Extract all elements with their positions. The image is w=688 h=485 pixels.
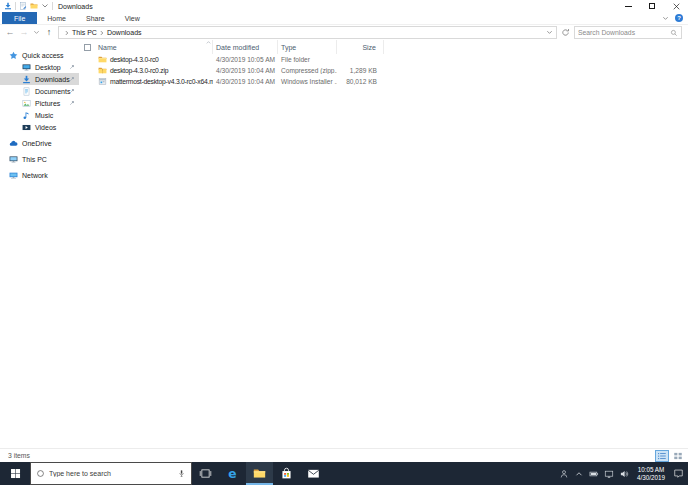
chevron-down-icon[interactable] [41, 2, 49, 10]
star-icon [9, 51, 18, 60]
task-view-icon [199, 467, 212, 480]
search-icon[interactable] [670, 29, 678, 37]
size-cell: 80,012 KB [337, 78, 384, 85]
back-button[interactable]: ← [5, 28, 15, 37]
sidebar-item-label: Documents [35, 88, 70, 95]
ribbon-tabs: FileHomeShareView ? [0, 12, 688, 24]
select-all-checkbox[interactable] [84, 40, 98, 54]
chevron-up-icon [574, 469, 584, 479]
tab-home[interactable]: Home [37, 12, 76, 24]
tab-view[interactable]: View [115, 12, 150, 24]
new-folder-icon[interactable] [30, 2, 38, 10]
sidebar-item-this-pc[interactable]: This PC [0, 153, 79, 165]
details-view-button[interactable] [655, 450, 669, 462]
start-button[interactable] [0, 462, 30, 485]
sidebar-item-network[interactable]: Network [0, 169, 79, 181]
tab-share[interactable]: Share [76, 12, 115, 24]
people-button[interactable] [559, 469, 569, 479]
sidebar-item-music[interactable]: Music [0, 109, 79, 121]
music-icon [22, 111, 31, 120]
tab-file[interactable]: File [2, 12, 37, 24]
mail-button[interactable] [300, 462, 327, 485]
quick-access-toolbar [4, 2, 53, 10]
people-icon [559, 469, 569, 479]
speaker-icon [619, 469, 629, 479]
address-dropdown-chevron-icon[interactable] [546, 29, 553, 36]
edge-icon: e [226, 467, 239, 480]
sidebar-item-label: Quick access [22, 52, 64, 59]
file-name-cell[interactable]: desktop-4.3.0-rc0.zip [98, 66, 213, 75]
sidebar-item-pictures[interactable]: Pictures [0, 97, 79, 109]
system-tray: 10:05 AM 4/30/2019 [559, 462, 688, 485]
file-explorer-button[interactable] [246, 462, 273, 485]
breadcrumb-item-downloads[interactable]: Downloads [105, 29, 144, 36]
battery-status-icon[interactable] [589, 469, 599, 479]
address-bar[interactable]: This PCDownloads [58, 26, 557, 39]
task-view-button[interactable] [192, 462, 219, 485]
edge-button[interactable]: e [219, 462, 246, 485]
main-area: Quick accessDesktopDownloadsDocumentsPic… [0, 40, 688, 448]
column-header-size[interactable]: Size [337, 40, 384, 54]
file-name-cell[interactable]: desktop-4.3.0-rc0 [98, 55, 213, 64]
taskbar-clock[interactable]: 10:05 AM 4/30/2019 [634, 466, 668, 482]
recent-locations-chevron-icon[interactable] [33, 29, 40, 36]
minimize-button[interactable] [616, 0, 640, 12]
action-center-icon[interactable] [673, 468, 684, 479]
svg-text:e: e [228, 467, 236, 480]
sidebar-item-quick-access[interactable]: Quick access [0, 49, 79, 61]
title-bar: Downloads [0, 0, 688, 12]
search-input[interactable] [578, 29, 670, 36]
refresh-icon[interactable] [561, 28, 570, 37]
videos-icon [22, 123, 31, 132]
cortana-icon [36, 469, 45, 478]
file-rows: desktop-4.3.0-rc04/30/2019 10:05 AMFile … [84, 54, 688, 87]
column-headers: Name Date modified Type Size [84, 40, 688, 54]
pin-icon [69, 100, 75, 106]
forward-button[interactable]: → [19, 28, 29, 37]
sidebar-item-downloads[interactable]: Downloads [0, 73, 79, 85]
store-button[interactable] [273, 462, 300, 485]
sidebar-item-label: This PC [22, 156, 47, 163]
breadcrumb-item-this-pc[interactable]: This PC [70, 29, 99, 36]
table-row[interactable]: desktop-4.3.0-rc04/30/2019 10:05 AMFile … [84, 54, 688, 65]
file-name-cell[interactable]: mattermost-desktop-v4.3.0-rc0-x64.msi [98, 77, 213, 86]
size-cell: 1,289 KB [337, 67, 384, 74]
type-cell: Compressed (zipp... [278, 67, 337, 74]
sidebar-item-label: OneDrive [22, 140, 52, 147]
sidebar-item-videos[interactable]: Videos [0, 121, 79, 133]
windows-logo-icon [10, 468, 21, 479]
maximize-button[interactable] [640, 0, 664, 12]
sidebar-item-onedrive[interactable]: OneDrive [0, 137, 79, 149]
sidebar-item-label: Videos [35, 124, 56, 131]
column-label: Type [281, 44, 296, 51]
table-row[interactable]: mattermost-desktop-v4.3.0-rc0-x64.msi4/3… [84, 76, 688, 87]
column-header-name[interactable]: Name [98, 40, 213, 54]
pin-icon [69, 76, 75, 82]
onedrive-icon [9, 139, 18, 148]
sidebar-item-desktop[interactable]: Desktop [0, 61, 79, 73]
close-button[interactable] [664, 0, 688, 12]
properties-icon[interactable] [19, 2, 27, 10]
column-header-type[interactable]: Type [278, 40, 337, 54]
table-row[interactable]: desktop-4.3.0-rc0.zip4/30/2019 10:04 AMC… [84, 65, 688, 76]
sort-ascending-icon [205, 39, 212, 46]
downloads-folder-icon[interactable] [4, 2, 12, 10]
taskbar-search-input[interactable] [49, 470, 173, 477]
separator [52, 2, 53, 10]
microphone-icon[interactable] [177, 469, 186, 478]
expand-ribbon-chevron-icon[interactable] [662, 15, 669, 22]
item-count: 3 items [8, 452, 30, 459]
help-icon[interactable]: ? [675, 14, 683, 22]
pictures-icon [22, 99, 31, 108]
file-name: desktop-4.3.0-rc0 [110, 56, 159, 63]
hidden-icons-button[interactable] [574, 469, 584, 479]
volume-icon[interactable] [619, 469, 629, 479]
date-modified-cell: 4/30/2019 10:05 AM [213, 56, 278, 63]
large-icons-view-button[interactable] [671, 450, 685, 462]
network-tray-icon [604, 469, 614, 479]
column-header-date-modified[interactable]: Date modified [213, 40, 278, 54]
checkbox-icon [84, 44, 91, 51]
network-status-icon[interactable] [604, 469, 614, 479]
up-button[interactable]: ↑ [44, 28, 54, 37]
sidebar-item-documents[interactable]: Documents [0, 85, 79, 97]
